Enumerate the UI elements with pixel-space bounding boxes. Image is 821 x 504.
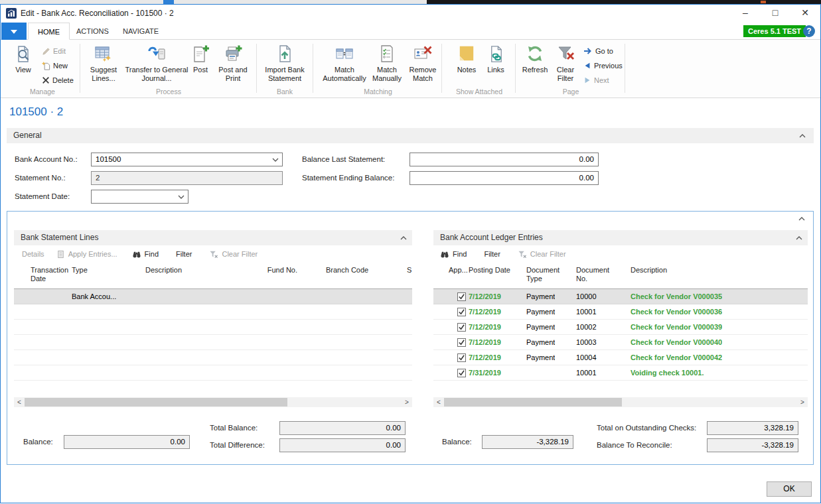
statement-lines-hscrollbar[interactable]: < > xyxy=(14,397,412,407)
suggest-lines-button[interactable]: Suggest Lines... xyxy=(85,43,122,82)
previous-button[interactable]: Previous xyxy=(583,60,623,72)
ledger-row[interactable]: 7/12/2019 Payment 10002 Check for Vendor… xyxy=(433,320,808,335)
statement-line-empty-row[interactable] xyxy=(14,335,412,350)
statement-line-row[interactable]: Bank Accou... xyxy=(14,289,412,304)
ledger-clear-filter-button[interactable]: Clear Filter xyxy=(518,250,566,259)
post-and-print-button[interactable]: Post and Print xyxy=(213,43,253,82)
scroll-right-icon[interactable]: > xyxy=(402,397,412,407)
applied-checkbox[interactable] xyxy=(457,308,466,316)
outstanding-checks-field: 3,328.19 xyxy=(707,421,798,435)
statement-lines-find-button[interactable]: Find xyxy=(132,250,159,259)
col-posting-date[interactable]: Posting Date xyxy=(469,266,510,275)
col-description[interactable]: Description xyxy=(145,266,182,275)
ledger-row[interactable]: 7/12/2019 Payment 10001 Check for Vendor… xyxy=(433,304,808,320)
ribbon-tab-row: HOME ACTIONS NAVIGATE Ceres 5.1 TEST ? xyxy=(1,22,820,40)
col-s-truncated[interactable]: S xyxy=(407,266,411,275)
refresh-button[interactable]: Refresh xyxy=(520,43,550,74)
new-button[interactable]: New xyxy=(42,60,68,72)
col-branch-code[interactable]: Branch Code xyxy=(326,266,368,275)
scroll-left-icon[interactable]: < xyxy=(14,397,25,407)
ledger-entries-header[interactable]: Bank Account Ledger Entries xyxy=(433,230,808,245)
statement-lines-clear-filter-button[interactable]: Clear Filter xyxy=(209,250,258,259)
bank-statement-lines-header[interactable]: Bank Statement Lines xyxy=(14,230,412,245)
col-document-type[interactable]: Document Type xyxy=(526,266,566,283)
transfer-to-general-journal-button[interactable]: Transfer to General Journal... xyxy=(124,43,189,82)
statement-line-empty-row[interactable] xyxy=(14,320,412,335)
match-automatically-button[interactable]: Match Automatically xyxy=(323,43,366,82)
close-button[interactable]: ✕ xyxy=(790,5,820,22)
applied-checkbox[interactable] xyxy=(457,353,466,362)
details-button[interactable]: Details xyxy=(22,250,44,258)
col-ledger-description[interactable]: Description xyxy=(631,266,667,275)
application-menu-button[interactable] xyxy=(1,23,27,40)
general-section-header[interactable]: General xyxy=(7,128,814,143)
statement-no-field[interactable]: 2 xyxy=(91,171,283,185)
links-button[interactable]: Links xyxy=(482,43,510,74)
ledger-filter-button[interactable]: Filter xyxy=(484,250,500,258)
help-button[interactable]: ? xyxy=(803,25,815,37)
minimize-button[interactable]: – xyxy=(731,5,760,22)
next-button[interactable]: Next xyxy=(583,74,609,86)
view-icon xyxy=(15,43,33,64)
col-transaction-date[interactable]: Transaction Date xyxy=(31,266,77,283)
statement-line-empty-row[interactable] xyxy=(14,304,412,320)
ledger-find-button[interactable]: Find xyxy=(440,250,467,259)
collapse-ledger-entries-icon[interactable] xyxy=(796,236,802,240)
balance-last-statement-field[interactable]: 0.00 xyxy=(410,153,599,166)
import-bank-statement-button[interactable]: Import Bank Statement xyxy=(261,43,309,82)
scroll-thumb[interactable] xyxy=(444,398,622,407)
ledger-row[interactable]: 7/31/2019 10001 Voiding check 10001. xyxy=(433,365,808,381)
scroll-right-icon[interactable]: > xyxy=(797,397,808,407)
post-button[interactable]: Post xyxy=(188,43,213,74)
applied-checkbox[interactable] xyxy=(457,323,466,332)
col-type[interactable]: Type xyxy=(72,266,88,275)
ledger-hscrollbar[interactable]: < > xyxy=(433,397,808,407)
collapse-statement-lines-icon[interactable] xyxy=(400,236,407,240)
new-page-icon xyxy=(42,62,50,70)
ledger-row[interactable]: 7/12/2019 Payment 10000 Check for Vendor… xyxy=(433,289,808,304)
ledger-row[interactable]: 7/12/2019 Payment 10004 Check for Vendor… xyxy=(433,350,808,365)
outstanding-checks-label: Total on Outstanding Checks: xyxy=(597,421,696,435)
bank-account-dropdown-icon[interactable] xyxy=(272,158,279,162)
view-button[interactable]: View xyxy=(9,43,38,74)
bank-account-no-field[interactable]: 101500 xyxy=(91,153,283,166)
applied-checkbox[interactable] xyxy=(457,292,466,301)
applied-checkbox[interactable] xyxy=(457,369,466,377)
goto-button[interactable]: Go to xyxy=(583,45,613,57)
bank-account-no-label: Bank Account No.: xyxy=(15,153,78,166)
statement-date-dropdown-icon[interactable] xyxy=(178,195,185,199)
tab-navigate[interactable]: NAVIGATE xyxy=(113,23,168,40)
notes-button[interactable]: Notes xyxy=(453,43,481,74)
bank-statement-lines-panel: Bank Statement Lines Details Apply Entri… xyxy=(14,230,412,459)
links-icon xyxy=(487,43,505,64)
ribbon: View Edit New Delete Manage Suggest Line… xyxy=(1,40,820,98)
ledger-row[interactable]: 7/12/2019 Payment 10003 Check for Vendor… xyxy=(433,335,808,350)
scroll-thumb[interactable] xyxy=(25,398,287,407)
tab-home[interactable]: HOME xyxy=(28,23,70,40)
statement-lines-filter-button[interactable]: Filter xyxy=(176,250,192,258)
tab-actions[interactable]: ACTIONS xyxy=(67,23,118,40)
statement-date-field[interactable] xyxy=(91,190,188,204)
ribbon-group-matching: Match Automatically Match Manually Remov… xyxy=(315,40,441,98)
window-title: Edit - Bank Acc. Reconciliation - 101500… xyxy=(21,9,174,18)
clear-filter-button[interactable]: Clear Filter xyxy=(552,43,579,82)
col-document-no[interactable]: Document No. xyxy=(576,266,617,283)
apply-entries-button[interactable]: Apply Entries... xyxy=(56,250,117,259)
col-fund-no[interactable]: Fund No. xyxy=(250,266,297,275)
maximize-button[interactable]: □ xyxy=(761,5,790,22)
scroll-left-icon[interactable]: < xyxy=(433,397,444,407)
ok-button[interactable]: OK xyxy=(767,481,812,497)
match-manually-button[interactable]: Match Manually xyxy=(368,43,406,82)
collapse-general-icon[interactable] xyxy=(799,134,806,138)
col-applied[interactable]: App... xyxy=(449,266,468,275)
edit-button[interactable]: Edit xyxy=(42,45,66,57)
remove-match-button[interactable]: Remove Match xyxy=(406,43,439,82)
statement-line-empty-row[interactable] xyxy=(14,365,412,381)
statement-ending-balance-field[interactable]: 0.00 xyxy=(410,171,599,185)
applied-checkbox[interactable] xyxy=(457,338,466,347)
statement-line-empty-row[interactable] xyxy=(14,350,412,365)
collapse-lines-icon[interactable] xyxy=(798,217,805,221)
delete-button[interactable]: Delete xyxy=(42,74,74,86)
find-binoculars-icon xyxy=(132,250,141,259)
statement-ending-balance-label: Statement Ending Balance: xyxy=(302,171,394,185)
